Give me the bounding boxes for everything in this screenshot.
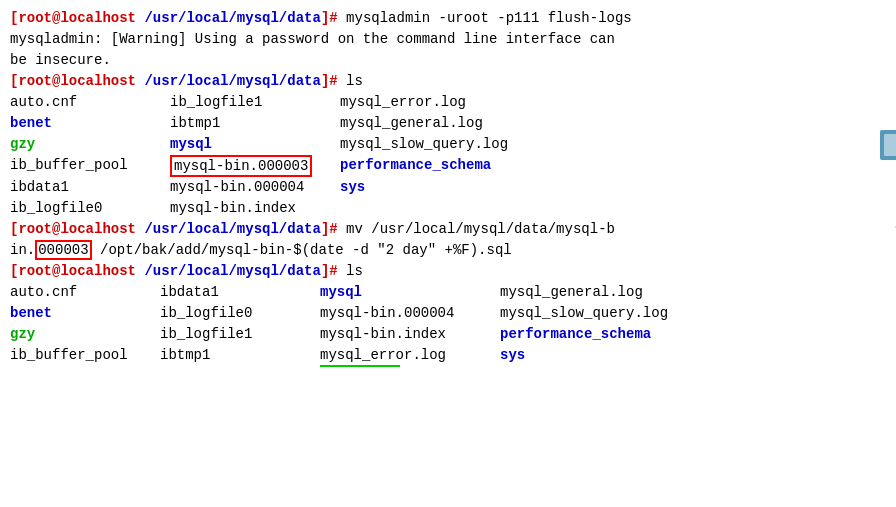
ls-col: mysql_slow_query.log <box>500 303 720 324</box>
prompt-2: [root@localhost <box>10 73 136 89</box>
ls-row-4: ib_buffer_pool mysql-bin.000003 performa… <box>10 155 886 177</box>
ls-col: ib_buffer_pool <box>10 155 170 177</box>
ls-row-2: benet ibtmp1 mysql_general.log <box>10 113 886 134</box>
ls-col: auto.cnf <box>10 92 170 113</box>
ls-col: mysql_error.log <box>320 345 500 366</box>
ls-col: mysql-bin.000004 <box>320 303 500 324</box>
ls2-row-3: gzy ib_logfile1 mysql-bin.index performa… <box>10 324 886 345</box>
warning-text-3: be insecure. <box>10 52 111 68</box>
ls-col: auto.cnf <box>10 282 160 303</box>
ls-col-perf2: performance_schema <box>500 324 720 345</box>
ls-col <box>540 198 740 219</box>
ls-col <box>340 198 540 219</box>
ls-row-6: ib_logfile0 mysql-bin.index <box>10 198 886 219</box>
cmd-mv-2: in.000003 /opt/bak/add/mysql-bin-$(date … <box>10 240 512 260</box>
prompt-1: [root@localhost <box>10 10 136 26</box>
ls-row-3: gzy mysql mysql_slow_query.log <box>10 134 886 155</box>
ls2-row-4: ib_buffer_pool ibtmp1 mysql_error.log sy… <box>10 345 886 366</box>
prompt-4: [root@localhost <box>10 263 136 279</box>
ls-col: mysql-bin.index <box>320 324 500 345</box>
ls2-row-1: auto.cnf ibdata1 mysql mysql_general.log <box>10 282 886 303</box>
redbox-text: mysql-bin.000003 <box>170 155 312 177</box>
ls-col: mysql_slow_query.log <box>340 134 540 155</box>
path-2: /usr/local/mysql/data <box>144 73 320 89</box>
redbox-000003: 000003 <box>35 240 91 260</box>
warning-text-2: command line interface can <box>396 31 614 47</box>
ls-col-perf: performance_schema <box>340 155 540 177</box>
cmd-line-1: [root@localhost /usr/local/mysql/data]# … <box>10 8 886 29</box>
cmd-line-mv2: in.000003 /opt/bak/add/mysql-bin-$(date … <box>10 240 886 261</box>
hash-2: ]# <box>321 73 338 89</box>
ls-col: mysql-bin.000004 <box>170 177 340 198</box>
ls-col: ib_logfile0 <box>160 303 320 324</box>
ls-col <box>540 92 740 113</box>
ls-col-sys2: sys <box>500 345 720 366</box>
ls-col: ib_logfile0 <box>10 198 170 219</box>
ls-col-redbox: mysql-bin.000003 <box>170 155 340 177</box>
green-underline <box>320 365 400 367</box>
hash-1: ]# <box>321 10 338 26</box>
cmd-2: ls <box>338 73 363 89</box>
cmd-1: mysqladmin -uroot -p111 flush-logs <box>338 10 632 26</box>
ls-col-mysql2: mysql <box>320 282 500 303</box>
terminal: [root@localhost /usr/local/mysql/data]# … <box>10 8 886 366</box>
warning-line2: be insecure. <box>10 50 886 71</box>
arrow-svg <box>856 138 896 238</box>
ls-col-benet2: benet <box>10 303 160 324</box>
ls2-row-2: benet ib_logfile0 mysql-bin.000004 mysql… <box>10 303 886 324</box>
ls-col-benet: benet <box>10 113 170 134</box>
path-4: /usr/local/mysql/data <box>144 263 320 279</box>
ls-col-gzy2: gzy <box>10 324 160 345</box>
ls-row-5: ibdata1 mysql-bin.000004 sys <box>10 177 886 198</box>
path-1: /usr/local/mysql/data <box>144 10 320 26</box>
ls-col-sys: sys <box>340 177 540 198</box>
warning-text: mysqladmin: [Warning] Using a password o… <box>10 31 396 47</box>
cmd-line-2: [root@localhost /usr/local/mysql/data]# … <box>10 71 886 92</box>
ls-col: ibdata1 <box>10 177 170 198</box>
ls-col: ib_logfile1 <box>170 92 340 113</box>
ls-col: ibtmp1 <box>160 345 320 366</box>
ls-col <box>540 113 740 134</box>
ls-col: mysql_general.log <box>340 113 540 134</box>
ls-col-gzy: gzy <box>10 134 170 155</box>
path-3: /usr/local/mysql/data <box>144 221 320 237</box>
ls-col: ibtmp1 <box>170 113 340 134</box>
ls-col: mysql-bin.index <box>170 198 340 219</box>
ls-col: ibdata1 <box>160 282 320 303</box>
cmd-line-3: [root@localhost /usr/local/mysql/data]# … <box>10 261 886 282</box>
prompt-3: [root@localhost <box>10 221 136 237</box>
cmd-3: ls <box>338 263 363 279</box>
cmd-mv: mv /usr/local/mysql/data/mysql-b <box>338 221 615 237</box>
cmd-line-mv: [root@localhost /usr/local/mysql/data]# … <box>10 219 886 240</box>
hash-3: ]# <box>321 221 338 237</box>
ls-col: mysql_error.log <box>340 92 540 113</box>
warning-line: mysqladmin: [Warning] Using a password o… <box>10 29 886 50</box>
ls-col: ib_buffer_pool <box>10 345 160 366</box>
ls-row-1: auto.cnf ib_logfile1 mysql_error.log <box>10 92 886 113</box>
ls-col <box>540 177 740 198</box>
hash-4: ]# <box>321 263 338 279</box>
ls-col-mysql: mysql <box>170 134 340 155</box>
ls-col: mysql_general.log <box>500 282 720 303</box>
ls-col: ib_logfile1 <box>160 324 320 345</box>
